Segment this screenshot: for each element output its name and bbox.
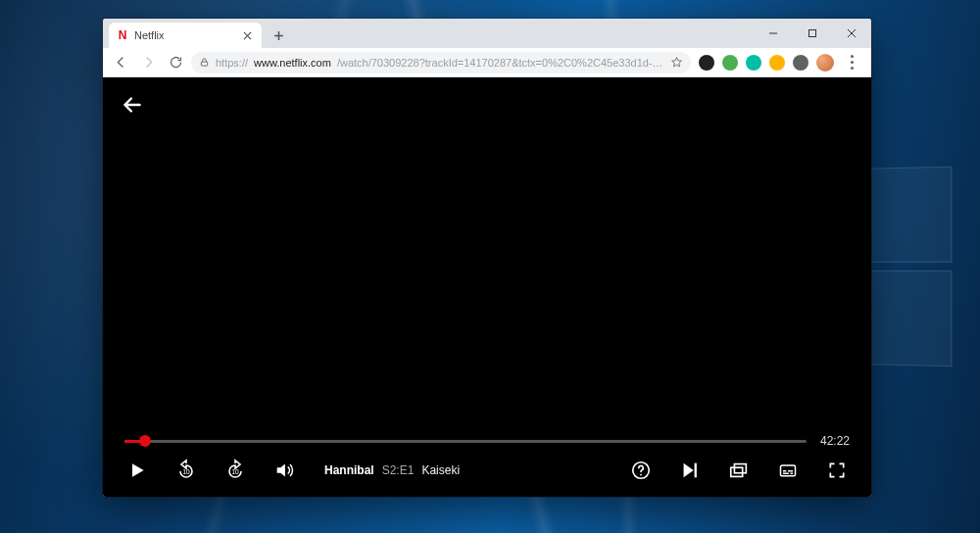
chrome-window: N Netflix bbox=[103, 19, 871, 497]
extension-icon[interactable] bbox=[793, 55, 808, 71]
show-title: Hannibal bbox=[324, 463, 374, 477]
fullscreen-button[interactable] bbox=[824, 458, 850, 483]
rewind-10-button[interactable]: 10 bbox=[173, 458, 199, 483]
svg-rect-6 bbox=[695, 463, 697, 478]
episode-code: S2:E1 bbox=[382, 463, 415, 477]
extension-icon[interactable] bbox=[722, 55, 738, 71]
next-episode-button[interactable] bbox=[677, 458, 703, 483]
tab-netflix[interactable]: N Netflix bbox=[109, 23, 262, 48]
episode-name: Kaiseki bbox=[421, 463, 460, 477]
url-protocol: https:// bbox=[216, 57, 248, 69]
new-tab-button[interactable] bbox=[268, 24, 289, 46]
progress-knob[interactable] bbox=[139, 435, 151, 447]
extension-icon[interactable] bbox=[699, 55, 714, 71]
nav-back-button[interactable] bbox=[109, 51, 132, 74]
episodes-button[interactable] bbox=[726, 458, 752, 483]
title-block: Hannibal S2:E1 Kaiseki bbox=[324, 463, 460, 477]
svg-point-5 bbox=[640, 474, 642, 476]
progress-bar[interactable] bbox=[124, 434, 807, 448]
nav-forward-button[interactable] bbox=[136, 51, 160, 74]
help-button[interactable] bbox=[628, 458, 654, 483]
svg-rect-7 bbox=[731, 467, 743, 476]
netflix-favicon: N bbox=[117, 29, 128, 41]
url-domain: www.netflix.com bbox=[254, 57, 331, 69]
tab-close-button[interactable] bbox=[240, 28, 254, 42]
svg-rect-1 bbox=[201, 62, 207, 66]
url-box[interactable]: https://www.netflix.com/watch/70309228?t… bbox=[191, 52, 691, 73]
address-bar: https://www.netflix.com/watch/70309228?t… bbox=[103, 48, 871, 77]
progress-track bbox=[124, 440, 807, 443]
play-button[interactable] bbox=[124, 458, 150, 483]
svg-text:10: 10 bbox=[231, 468, 239, 475]
tab-title: Netflix bbox=[134, 29, 165, 41]
reload-button[interactable] bbox=[164, 51, 187, 74]
maximize-button[interactable] bbox=[793, 19, 832, 48]
close-window-button[interactable] bbox=[832, 19, 871, 48]
svg-text:10: 10 bbox=[182, 468, 190, 475]
player-back-button[interactable] bbox=[119, 91, 146, 119]
bookmark-star-icon[interactable] bbox=[670, 56, 683, 69]
extensions-area bbox=[695, 54, 865, 72]
extension-icon[interactable] bbox=[769, 55, 785, 71]
url-path: /watch/70309228?trackId=14170287&tctx=0%… bbox=[337, 57, 664, 69]
lock-icon bbox=[199, 57, 210, 68]
volume-button[interactable] bbox=[271, 458, 297, 483]
netflix-player: 42:22 10 10 Hannibal S2:E1 Kaise bbox=[103, 77, 871, 497]
scrub-row: 42:22 bbox=[124, 434, 850, 448]
minimize-button[interactable] bbox=[754, 19, 793, 48]
svg-rect-0 bbox=[809, 30, 816, 37]
chrome-menu-button[interactable] bbox=[842, 55, 861, 70]
subtitles-button[interactable] bbox=[775, 458, 801, 483]
time-remaining: 42:22 bbox=[820, 434, 850, 448]
buttons-row: 10 10 Hannibal S2:E1 Kaiseki bbox=[124, 458, 850, 483]
svg-rect-8 bbox=[734, 464, 746, 473]
forward-10-button[interactable]: 10 bbox=[222, 458, 248, 483]
extension-icon[interactable] bbox=[746, 55, 761, 71]
window-controls bbox=[754, 19, 871, 48]
tab-bar: N Netflix bbox=[103, 19, 871, 48]
player-controls: 42:22 10 10 Hannibal S2:E1 Kaise bbox=[103, 434, 871, 497]
profile-avatar[interactable] bbox=[816, 54, 834, 72]
